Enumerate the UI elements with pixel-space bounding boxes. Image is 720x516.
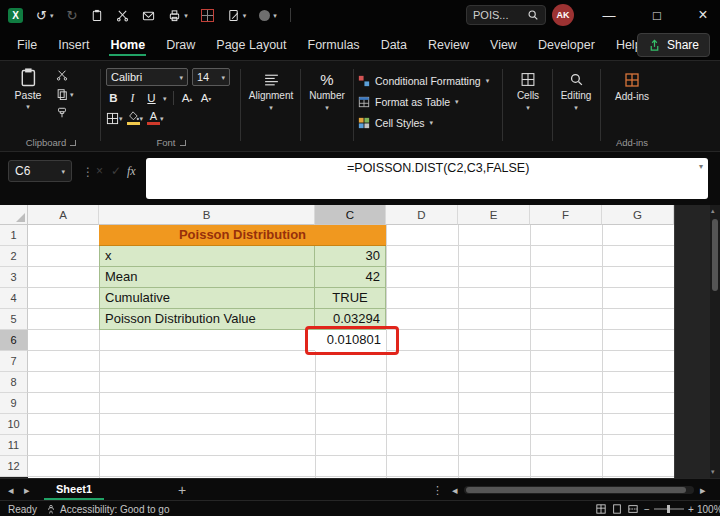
menu-tab-formulas[interactable]: Formulas [307, 32, 361, 58]
alignment-group-button[interactable]: Alignment ▾ [244, 65, 298, 149]
page-edit-icon[interactable]: ▾ [227, 9, 247, 22]
zoom-out-button[interactable]: − [644, 501, 650, 516]
accessibility-status[interactable]: Accessibility: Good to go [46, 501, 170, 516]
cell-C3[interactable]: 42 [315, 267, 386, 288]
menu-tab-view[interactable]: View [489, 32, 518, 58]
menu-tab-draw[interactable]: Draw [165, 32, 196, 58]
cell-B3[interactable]: Mean [99, 267, 315, 288]
row-header-11[interactable]: 11 [0, 435, 28, 456]
clipboard-dialog-launcher[interactable] [70, 140, 76, 146]
scroll-up-icon[interactable]: ▴ [711, 207, 715, 215]
font-color-button[interactable]: A ▾ [147, 110, 164, 126]
cut-icon[interactable] [116, 9, 129, 22]
addins-button[interactable]: Add-ins [604, 65, 660, 102]
cell-B5[interactable]: Poisson Distribution Value [99, 309, 315, 330]
row-header-4[interactable]: 4 [0, 288, 28, 309]
horizontal-scroll-thumb[interactable] [466, 487, 686, 493]
cell-title-B1[interactable]: Poisson Distribution [99, 225, 386, 246]
sheet-tab-sheet1[interactable]: Sheet1 [44, 479, 104, 500]
cells-group-button[interactable]: Cells ▾ [506, 65, 550, 149]
menu-tab-insert[interactable]: Insert [57, 32, 90, 58]
share-button[interactable]: Share [637, 33, 710, 57]
conditional-formatting-button[interactable]: Conditional Formatting ▾ [358, 70, 498, 91]
copy-button[interactable]: ▾ [56, 88, 74, 100]
font-size-select[interactable]: 14▾ [192, 68, 230, 86]
minimize-button[interactable]: — [592, 0, 626, 30]
status-circle-icon[interactable]: ▾ [259, 10, 277, 21]
menu-tab-page-layout[interactable]: Page Layout [215, 32, 287, 58]
decrease-font-button[interactable]: A▾ [199, 90, 214, 106]
row-header-10[interactable]: 10 [0, 414, 28, 435]
name-box[interactable]: C6 ▾ [8, 160, 72, 182]
cell-C4[interactable]: TRUE [315, 288, 386, 309]
column-header-C[interactable]: C [315, 205, 386, 225]
redo-button[interactable]: ↻ [66, 8, 77, 23]
zoom-level[interactable]: 100% [697, 501, 720, 516]
column-header-E[interactable]: E [458, 205, 530, 225]
bold-button[interactable]: B [106, 90, 121, 106]
vertical-scroll-thumb[interactable] [712, 219, 718, 291]
column-header-F[interactable]: F [530, 205, 602, 225]
column-header-A[interactable]: A [28, 205, 99, 225]
underline-button[interactable]: U [144, 90, 159, 106]
row-header-2[interactable]: 2 [0, 246, 28, 267]
insert-function-button[interactable]: fx [127, 164, 136, 179]
close-button[interactable]: × [686, 0, 720, 30]
print-icon[interactable]: ▾ [168, 9, 188, 22]
column-header-D[interactable]: D [386, 205, 458, 225]
cell-B2[interactable]: x [99, 246, 315, 267]
row-header-6[interactable]: 6 [0, 330, 28, 351]
search-box[interactable]: POIS... [466, 5, 546, 25]
avatar[interactable]: AK [552, 4, 574, 26]
sheet-nav-right-icon[interactable]: ▸ [24, 479, 30, 501]
format-as-table-button[interactable]: Format as Table ▾ [358, 91, 498, 112]
select-all-corner[interactable] [0, 205, 28, 225]
fill-color-button[interactable]: ▾ [127, 110, 144, 126]
mail-icon[interactable] [142, 9, 155, 22]
cell-B4[interactable]: Cumulative [99, 288, 315, 309]
zoom-slider[interactable] [654, 508, 684, 510]
menu-tab-data[interactable]: Data [380, 32, 408, 58]
excel-logo-icon[interactable]: X [8, 8, 23, 23]
tabbar-more-icon[interactable]: ⋮ [432, 479, 443, 501]
horizontal-scrollbar[interactable] [464, 486, 694, 494]
normal-view-icon[interactable] [596, 501, 606, 516]
row-header-12[interactable]: 12 [0, 456, 28, 477]
row-header-8[interactable]: 8 [0, 372, 28, 393]
clipboard-icon[interactable] [90, 9, 103, 22]
sheet-nav-left-icon[interactable]: ◂ [8, 479, 14, 501]
formula-input[interactable]: =POISSON.DIST(C2,C3,FALSE) ▾ [146, 158, 708, 199]
zoom-slider-thumb[interactable] [667, 505, 670, 513]
cancel-entry-button[interactable]: × [96, 164, 103, 178]
row-header-1[interactable]: 1 [0, 225, 28, 246]
page-layout-view-icon[interactable] [612, 501, 622, 516]
editing-group-button[interactable]: Editing ▾ [554, 65, 598, 149]
undo-button[interactable]: ↺▾ [36, 8, 53, 23]
increase-font-button[interactable]: A▴ [180, 90, 195, 106]
scroll-down-icon[interactable]: ▾ [711, 468, 715, 476]
menu-tab-home[interactable]: Home [109, 32, 146, 58]
zoom-in-button[interactable]: + [688, 501, 694, 516]
cell-styles-button[interactable]: Cell Styles ▾ [358, 112, 498, 133]
borders-button[interactable]: ▾ [106, 110, 123, 126]
format-painter-button[interactable] [56, 107, 74, 119]
cells-area[interactable]: Poisson Distribution x 30 Mean 42 Cumula… [28, 225, 674, 478]
add-sheet-button[interactable]: + [178, 479, 186, 501]
font-dialog-launcher[interactable] [180, 140, 186, 146]
cell-C2[interactable]: 30 [315, 246, 386, 267]
red-bordered-table-icon[interactable] [201, 9, 214, 22]
row-header-5[interactable]: 5 [0, 309, 28, 330]
menu-tab-developer[interactable]: Developer [537, 32, 596, 58]
menu-tab-review[interactable]: Review [427, 32, 470, 58]
paste-button[interactable]: Paste ▾ [10, 67, 46, 110]
row-header-7[interactable]: 7 [0, 351, 28, 372]
column-header-B[interactable]: B [99, 205, 315, 225]
hscroll-right-icon[interactable]: ▸ [700, 479, 706, 501]
enter-entry-button[interactable]: ✓ [111, 164, 121, 178]
namebox-resize-handle[interactable]: ⋮ [82, 165, 94, 179]
number-group-button[interactable]: % Number ▾ [303, 65, 351, 149]
formula-bar-expand-icon[interactable]: ▾ [699, 162, 703, 171]
italic-button[interactable]: I [125, 90, 140, 106]
row-header-9[interactable]: 9 [0, 393, 28, 414]
column-header-G[interactable]: G [602, 205, 674, 225]
